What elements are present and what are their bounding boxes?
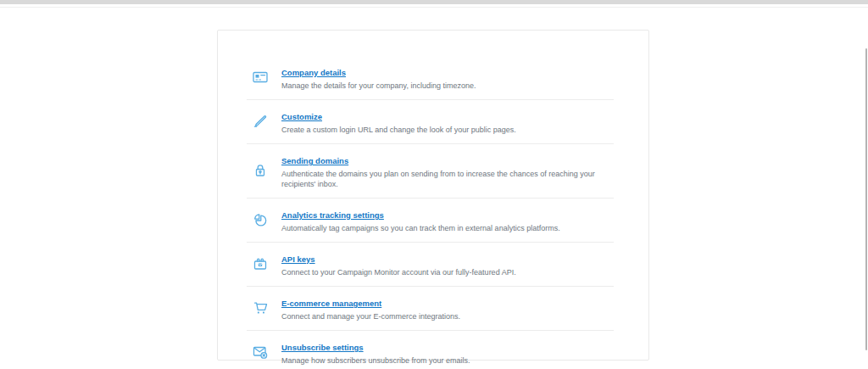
settings-item-ecommerce[interactable]: E-commerce management Connect and manage… <box>247 287 614 331</box>
id-card-icon <box>252 69 269 86</box>
settings-item-sending-domains[interactable]: Sending domains Authenticate the domains… <box>247 144 614 198</box>
analytics-tracking-link[interactable]: Analytics tracking settings <box>281 210 384 221</box>
company-details-description: Manage the details for your company, inc… <box>281 81 614 91</box>
ecommerce-link[interactable]: E-commerce management <box>281 299 381 309</box>
envelope-unsubscribe-icon <box>252 344 269 361</box>
top-divider <box>0 7 868 8</box>
shopping-cart-icon <box>252 299 269 316</box>
analytics-tracking-description: Automatically tag campaigns so you can t… <box>281 223 614 233</box>
settings-item-analytics-tracking[interactable]: Analytics tracking settings Automaticall… <box>247 198 614 243</box>
sending-domains-link[interactable]: Sending domains <box>281 156 348 166</box>
settings-item-unsubscribe[interactable]: Unsubscribe settings Manage how subscrib… <box>247 331 614 369</box>
customize-link[interactable]: Customize <box>281 112 322 122</box>
settings-item-api-keys[interactable]: API keys Connect to your Campaign Monito… <box>247 243 614 287</box>
account-settings-card: Company details Manage the details for y… <box>217 30 649 361</box>
sending-domains-description: Authenticate the domains you plan on sen… <box>281 169 614 189</box>
ecommerce-description: Connect and manage your E-commerce integ… <box>281 311 614 321</box>
company-details-link[interactable]: Company details <box>281 68 346 78</box>
pie-chart-icon <box>252 211 269 228</box>
plug-box-icon <box>252 255 269 272</box>
settings-item-company-details[interactable]: Company details Manage the details for y… <box>247 56 614 100</box>
unsubscribe-description: Manage how subscribers unsubscribe from … <box>281 355 614 366</box>
browser-top-bar <box>0 0 868 4</box>
settings-item-customize[interactable]: Customize Create a custom login URL and … <box>247 100 614 144</box>
padlock-icon <box>252 162 269 179</box>
scrollbar-thumb[interactable] <box>865 48 867 350</box>
api-keys-link[interactable]: API keys <box>281 254 315 265</box>
paintbrush-icon <box>252 113 269 130</box>
unsubscribe-link[interactable]: Unsubscribe settings <box>281 343 364 353</box>
api-keys-description: Connect to your Campaign Monitor account… <box>281 267 614 277</box>
customize-description: Create a custom login URL and change the… <box>281 125 614 135</box>
